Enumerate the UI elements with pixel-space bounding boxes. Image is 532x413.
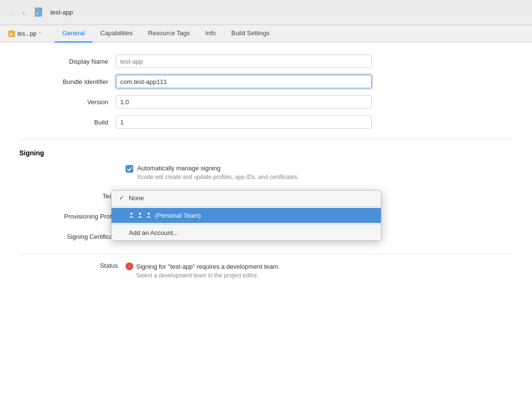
- svg-point-8: [148, 213, 150, 215]
- auto-signing-checkbox[interactable]: [126, 165, 133, 173]
- tab-resource-tags[interactable]: Resource Tags: [140, 25, 197, 42]
- provisioning-profile-label: Provisioning Profile: [19, 213, 126, 220]
- titlebar-title: test-app: [50, 9, 73, 16]
- titlebar: ‹ › A test-app: [0, 0, 532, 25]
- target-icon: A: [8, 30, 15, 38]
- section-divider-1: [19, 139, 513, 139]
- signing-section: Signing Automatically manage signing Xco…: [19, 149, 513, 244]
- team-label: Team: [19, 193, 126, 200]
- svg-text:!: !: [129, 264, 130, 269]
- tab-build-settings[interactable]: Build Settings: [224, 25, 278, 42]
- tab-info[interactable]: Info: [197, 25, 224, 42]
- auto-signing-desc: Xcode will create and update profiles, a…: [137, 173, 299, 181]
- popup-divider-2: [112, 224, 381, 224]
- bundle-id-label: Bundle Identifier: [19, 78, 116, 85]
- display-name-row: Display Name: [19, 54, 513, 69]
- build-row: Build: [19, 115, 513, 129]
- popup-item-none[interactable]: ✓ None: [112, 191, 381, 206]
- content-area: Display Name Bundle Identifier Version B…: [0, 42, 532, 413]
- titlebar-nav: ‹ ›: [6, 7, 29, 18]
- team-persons-icon: [129, 212, 151, 219]
- svg-point-6: [130, 213, 132, 215]
- none-check-icon: ✓: [118, 194, 125, 201]
- tabbar: A tes...pp ⌃ General Capabilities Resour…: [0, 25, 532, 42]
- status-content: ! Signing for "test-app" requires a deve…: [126, 262, 280, 279]
- team-dropdown-popup: ✓ None: [111, 190, 381, 241]
- tab-capabilities[interactable]: Capabilities: [93, 25, 140, 42]
- back-button[interactable]: ‹: [6, 7, 16, 18]
- status-row: Status ! Signing for "test-app" requires…: [19, 254, 513, 279]
- popup-item-add-account[interactable]: Add an Account...: [112, 225, 381, 240]
- target-label: tes...pp: [17, 30, 36, 37]
- bundle-id-row: Bundle Identifier: [19, 74, 513, 89]
- signing-title: Signing: [19, 149, 513, 157]
- auto-signing-text: Automatically manage signing Xcode will …: [137, 165, 299, 181]
- display-name-input[interactable]: [116, 55, 372, 68]
- popup-item-add-account-label: Add an Account...: [129, 229, 374, 236]
- status-hint: Select a development team in the project…: [136, 272, 280, 279]
- popup-item-personal[interactable]: (Personal Team): [112, 208, 381, 223]
- team-dropdown-container: None ▼ ✓ None: [126, 190, 193, 203]
- auto-signing-row: Automatically manage signing Xcode will …: [126, 165, 513, 181]
- version-input[interactable]: [116, 95, 372, 109]
- svg-text:A: A: [36, 12, 39, 15]
- svg-text:A: A: [10, 32, 13, 37]
- error-icon: !: [126, 262, 133, 270]
- version-label: Version: [19, 98, 116, 106]
- status-label: Status: [19, 262, 126, 269]
- identity-section: Display Name Bundle Identifier Version B…: [19, 54, 513, 129]
- bundle-id-input[interactable]: [116, 75, 372, 88]
- tab-general[interactable]: General: [55, 25, 92, 42]
- status-text-block: Signing for "test-app" requires a develo…: [136, 262, 280, 279]
- popup-divider: [112, 206, 381, 207]
- file-icon: A: [33, 6, 46, 19]
- target-chevron: ⌃: [38, 31, 42, 36]
- build-input[interactable]: [116, 115, 372, 129]
- version-row: Version: [19, 95, 513, 109]
- popup-item-personal-label: (Personal Team): [155, 212, 374, 219]
- forward-button[interactable]: ›: [18, 7, 29, 18]
- team-row: Team None ▼ ✓ None: [19, 189, 513, 204]
- svg-rect-3: [35, 7, 35, 17]
- target-selector[interactable]: A tes...pp ⌃: [6, 30, 47, 38]
- popup-item-none-label: None: [129, 194, 374, 202]
- status-message: Signing for "test-app" requires a develo…: [136, 262, 280, 272]
- auto-signing-label: Automatically manage signing: [137, 165, 299, 172]
- svg-point-7: [139, 213, 141, 215]
- build-label: Build: [19, 119, 116, 126]
- signing-certificate-label: Signing Certificate: [19, 233, 126, 240]
- display-name-label: Display Name: [19, 58, 116, 65]
